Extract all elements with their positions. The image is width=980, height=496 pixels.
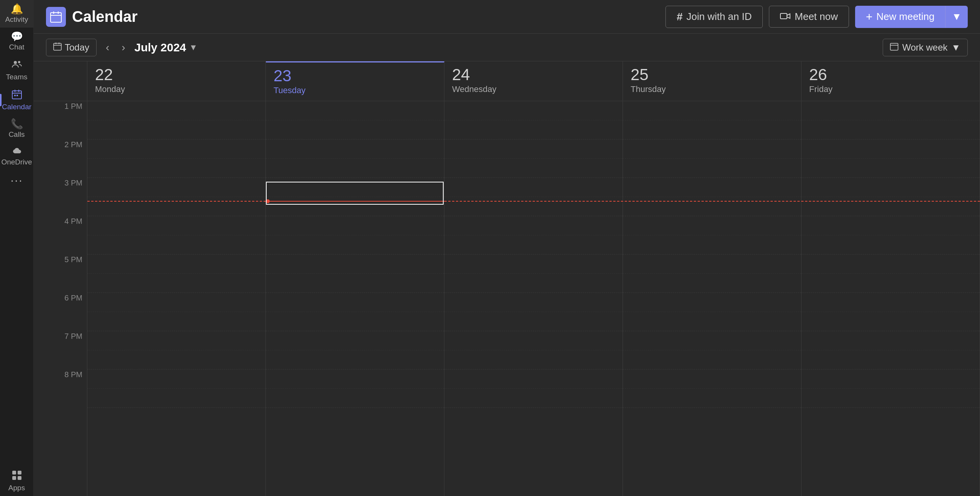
hour-row[interactable]	[87, 331, 265, 370]
hour-half-row[interactable]	[266, 255, 444, 274]
calendar-view[interactable]: 22 Monday 23 Tuesday 24 Wednesday 25 Thu…	[34, 61, 980, 496]
hour-row[interactable]	[87, 140, 265, 178]
hour-row[interactable]	[623, 216, 801, 255]
hour-row[interactable]	[87, 101, 265, 140]
hour-half-row[interactable]	[87, 370, 265, 389]
hour-row[interactable]	[801, 331, 980, 370]
hour-row[interactable]	[801, 140, 980, 178]
hour-row[interactable]	[444, 331, 623, 370]
hour-row[interactable]	[801, 370, 980, 408]
hour-half-row[interactable]	[87, 216, 265, 235]
hour-row[interactable]	[801, 216, 980, 255]
hour-half-row[interactable]	[266, 370, 444, 389]
hour-row[interactable]	[801, 255, 980, 293]
sidebar-item-more[interactable]: ···	[0, 170, 33, 190]
sidebar-item-calls[interactable]: 📞 Calls	[0, 115, 33, 143]
hour-row[interactable]	[266, 140, 444, 178]
hour-row[interactable]	[266, 101, 444, 140]
hour-row[interactable]	[623, 255, 801, 293]
prev-week-button[interactable]: ‹	[103, 40, 112, 55]
sidebar-item-apps[interactable]: Apps	[0, 466, 33, 496]
hour-half-row[interactable]	[87, 255, 265, 274]
hour-row[interactable]	[444, 101, 623, 140]
hour-half-row[interactable]	[801, 370, 980, 389]
hour-half-row[interactable]	[87, 140, 265, 159]
hour-row[interactable]	[266, 178, 444, 216]
hour-half-row[interactable]	[801, 216, 980, 235]
today-button[interactable]: Today	[46, 39, 97, 56]
hour-half-row[interactable]	[266, 140, 444, 159]
hour-half-row[interactable]	[87, 101, 265, 120]
hour-row[interactable]	[266, 255, 444, 293]
hour-half-row[interactable]	[801, 331, 980, 350]
hour-row[interactable]	[623, 178, 801, 216]
hour-half-row[interactable]	[801, 140, 980, 159]
sidebar-item-activity[interactable]: 🔔 Activity	[0, 0, 33, 28]
hour-half-row[interactable]	[623, 331, 801, 350]
hour-row[interactable]	[623, 101, 801, 140]
hour-row[interactable]	[623, 293, 801, 331]
hour-half-row[interactable]	[623, 370, 801, 389]
hour-half-row[interactable]	[87, 178, 265, 197]
hour-half-row[interactable]	[444, 216, 623, 235]
view-selector-button[interactable]: Work week ▼	[883, 39, 968, 56]
hour-row[interactable]	[801, 178, 980, 216]
new-meeting-dropdown-button[interactable]: ▼	[945, 6, 968, 28]
hour-row[interactable]	[444, 255, 623, 293]
sidebar-item-calendar[interactable]: Calendar	[0, 85, 33, 115]
hour-row[interactable]	[87, 370, 265, 408]
hour-row[interactable]	[266, 216, 444, 255]
hour-half-row[interactable]	[444, 140, 623, 159]
meet-now-button[interactable]: Meet now	[769, 6, 849, 28]
hour-half-row[interactable]	[266, 101, 444, 120]
hour-row[interactable]	[87, 293, 265, 331]
hour-half-row[interactable]	[444, 370, 623, 389]
hour-half-row[interactable]	[801, 101, 980, 120]
hour-half-row[interactable]	[87, 293, 265, 312]
sidebar-item-teams[interactable]: Teams	[0, 55, 33, 85]
hour-half-row[interactable]	[444, 101, 623, 120]
hour-row[interactable]	[444, 370, 623, 408]
hour-row[interactable]	[266, 370, 444, 408]
hour-half-row[interactable]	[266, 293, 444, 312]
month-year-selector[interactable]: July 2024 ▼	[134, 41, 198, 54]
hour-half-row[interactable]	[444, 331, 623, 350]
hour-half-row[interactable]	[623, 255, 801, 274]
hour-row[interactable]	[87, 178, 265, 216]
hour-half-row[interactable]	[266, 331, 444, 350]
hour-half-row[interactable]	[623, 101, 801, 120]
hour-row[interactable]	[801, 293, 980, 331]
hour-half-row[interactable]	[266, 178, 444, 197]
hour-row[interactable]	[444, 293, 623, 331]
hour-half-row[interactable]	[87, 331, 265, 350]
hour-half-row[interactable]	[801, 255, 980, 274]
hour-row[interactable]	[444, 216, 623, 255]
hour-half-row[interactable]	[444, 293, 623, 312]
hour-row[interactable]	[444, 140, 623, 178]
hour-half-row[interactable]	[444, 255, 623, 274]
hour-row[interactable]	[801, 101, 980, 140]
hour-row[interactable]	[266, 293, 444, 331]
day-col-thu[interactable]	[623, 101, 801, 496]
hour-half-row[interactable]	[266, 216, 444, 235]
day-col-mon[interactable]	[87, 101, 266, 496]
join-with-id-button[interactable]: # Join with an ID	[665, 6, 763, 28]
hour-row[interactable]	[623, 140, 801, 178]
hour-half-row[interactable]	[801, 178, 980, 197]
hour-half-row[interactable]	[444, 178, 623, 197]
hour-half-row[interactable]	[623, 293, 801, 312]
hour-row[interactable]	[623, 331, 801, 370]
hour-half-row[interactable]	[623, 178, 801, 197]
day-col-tue[interactable]	[266, 101, 444, 496]
sidebar-item-chat[interactable]: 💬 Chat	[0, 28, 33, 55]
hour-half-row[interactable]	[623, 140, 801, 159]
hour-row[interactable]	[87, 216, 265, 255]
day-col-wed[interactable]	[444, 101, 623, 496]
hour-row[interactable]	[623, 370, 801, 408]
hour-row[interactable]	[87, 255, 265, 293]
day-col-fri[interactable]	[801, 101, 980, 496]
hour-row[interactable]	[444, 178, 623, 216]
sidebar-item-onedrive[interactable]: OneDrive	[0, 143, 33, 170]
hour-half-row[interactable]	[623, 216, 801, 235]
new-meeting-button[interactable]: + New meeting	[855, 6, 945, 28]
